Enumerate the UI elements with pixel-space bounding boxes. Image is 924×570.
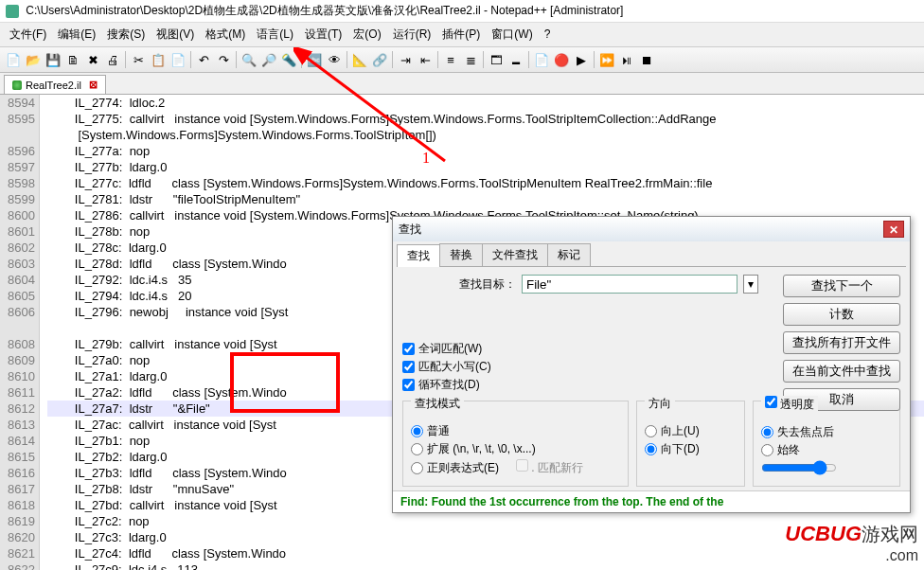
find-tab[interactable]: 文件查找 xyxy=(482,243,548,266)
toolbar-button[interactable]: 📋 xyxy=(149,50,168,69)
transparency-group: 透明度 失去焦点后 始终 xyxy=(753,401,900,487)
menu-item[interactable]: 运行(R) xyxy=(387,25,437,45)
file-icon xyxy=(12,80,22,90)
menu-item[interactable]: 窗口(W) xyxy=(486,25,538,45)
app-icon xyxy=(6,5,19,18)
toolbar-button[interactable]: 🖨 xyxy=(103,50,122,69)
find-dialog-titlebar[interactable]: 查找 ✕ xyxy=(393,217,910,241)
find-body: 查找目标： ▾ 查找下一个 计数 查找所有打开文件 在当前文件中查找 取消 全词… xyxy=(393,267,910,490)
toolbar-button[interactable]: 🗕 xyxy=(506,50,525,69)
toolbar-button[interactable]: ✂ xyxy=(129,50,148,69)
find-all-open-button[interactable]: 查找所有打开文件 xyxy=(783,331,900,354)
mode-regex-radio[interactable]: 正则表达式(E) . 匹配新行 xyxy=(411,459,620,476)
menu-bar: 文件(F)编辑(E)搜索(S)视图(V)格式(M)语言(L)设置(T)宏(O)运… xyxy=(0,23,924,47)
find-tabs: 查找替换文件查找标记 xyxy=(397,243,906,267)
toolbar-button[interactable]: 💾 xyxy=(44,50,62,69)
dropdown-icon[interactable]: ▾ xyxy=(743,275,758,294)
transparency-slider[interactable] xyxy=(761,460,837,475)
tab-bar: RealTree2.il ⊠ xyxy=(0,73,924,95)
find-tab[interactable]: 查找 xyxy=(397,244,440,267)
line-number-gutter: 85948595 8596859785988599860086018602860… xyxy=(0,95,40,570)
file-tab[interactable]: RealTree2.il ⊠ xyxy=(4,75,106,94)
toolbar-button[interactable]: 📄 xyxy=(4,50,23,69)
find-tab[interactable]: 标记 xyxy=(547,243,591,266)
direction-group: 方向 向上(U) 向下(D) xyxy=(636,401,745,487)
find-dialog-title: 查找 xyxy=(399,222,883,238)
dir-up-radio[interactable]: 向上(U) xyxy=(645,423,737,439)
find-tab[interactable]: 替换 xyxy=(439,243,483,266)
toolbar-button[interactable]: 🔎 xyxy=(259,50,278,69)
toolbar-button[interactable]: 📐 xyxy=(350,50,369,69)
match-case-checkbox[interactable]: 匹配大小写(C) xyxy=(402,359,758,375)
find-next-button[interactable]: 查找下一个 xyxy=(783,275,900,297)
find-target-input[interactable] xyxy=(522,275,737,294)
toolbar-button[interactable]: ⇥ xyxy=(396,50,415,69)
toolbar-button[interactable]: ≡ xyxy=(441,50,460,69)
window-title: C:\Users\Administrator\Desktop\2D植物生成器\2… xyxy=(26,4,623,17)
toolbar-button[interactable]: 🔍 xyxy=(240,50,258,69)
menu-item[interactable]: ? xyxy=(539,26,557,43)
toolbar-button[interactable]: 📄 xyxy=(169,50,187,69)
mode-normal-radio[interactable]: 普通 xyxy=(411,423,620,439)
toolbar-button[interactable]: ⏩ xyxy=(597,50,616,69)
toolbar-button[interactable]: ↷ xyxy=(214,50,233,69)
toolbar-button[interactable]: ⏹ xyxy=(637,50,656,69)
toolbar-button[interactable]: 🔦 xyxy=(279,50,298,69)
toolbar-button[interactable]: 🔴 xyxy=(552,50,571,69)
dir-down-radio[interactable]: 向下(D) xyxy=(645,441,737,457)
toolbar-button[interactable]: 🔗 xyxy=(370,50,389,69)
toolbar-button[interactable]: ▶ xyxy=(572,50,591,69)
toolbar-button[interactable]: 📂 xyxy=(24,50,43,69)
toolbar-button[interactable]: 🔤 xyxy=(305,50,324,69)
menu-item[interactable]: 搜索(S) xyxy=(101,25,151,45)
menu-item[interactable]: 文件(F) xyxy=(4,25,52,45)
find-all-current-button[interactable]: 在当前文件中查找 xyxy=(783,360,900,383)
menu-item[interactable]: 宏(O) xyxy=(347,25,386,45)
toolbar-button[interactable]: 👁 xyxy=(325,50,344,69)
find-status: Find: Found the 1st occurrence from the … xyxy=(393,490,910,512)
find-dialog: 查找 ✕ 查找替换文件查找标记 查找目标： ▾ 查找下一个 计数 查找所有打开文… xyxy=(392,216,911,513)
toolbar-button[interactable]: ≣ xyxy=(461,50,480,69)
trans-always-radio[interactable]: 始终 xyxy=(761,442,892,458)
count-button[interactable]: 计数 xyxy=(783,303,900,326)
find-buttons: 查找下一个 计数 查找所有打开文件 在当前文件中查找 取消 xyxy=(783,275,900,411)
transparency-checkbox[interactable] xyxy=(765,396,777,408)
close-icon[interactable]: ⊠ xyxy=(89,79,98,91)
window-title-bar: C:\Users\Administrator\Desktop\2D植物生成器\2… xyxy=(0,0,924,23)
menu-item[interactable]: 视图(V) xyxy=(151,25,200,45)
menu-item[interactable]: 格式(M) xyxy=(200,25,251,45)
menu-item[interactable]: 编辑(E) xyxy=(52,25,101,45)
file-tab-name: RealTree2.il xyxy=(26,80,81,91)
toolbar-button[interactable]: 🗔 xyxy=(487,50,506,69)
toolbar-button[interactable]: 📄 xyxy=(532,50,551,69)
find-target-label: 查找目标： xyxy=(459,276,516,293)
toolbar-button[interactable]: 🗎 xyxy=(63,50,82,69)
menu-item[interactable]: 插件(P) xyxy=(436,25,486,45)
watermark: UCBUG游戏网 .com xyxy=(785,522,918,564)
toolbar-button[interactable]: ✖ xyxy=(83,50,102,69)
toolbar-button[interactable]: ⇤ xyxy=(416,50,435,69)
close-icon[interactable]: ✕ xyxy=(883,221,904,238)
toolbar-button[interactable]: ⏯ xyxy=(617,50,636,69)
menu-item[interactable]: 设置(T) xyxy=(299,25,347,45)
search-mode-group: 查找模式 普通 扩展 (\n, \r, \t, \0, \x...) 正则表达式… xyxy=(402,401,629,487)
menu-item[interactable]: 语言(L) xyxy=(251,25,299,45)
toolbar-button[interactable]: ↶ xyxy=(194,50,213,69)
trans-lose-focus-radio[interactable]: 失去焦点后 xyxy=(761,424,892,440)
wrap-checkbox[interactable]: 循环查找(D) xyxy=(402,377,758,393)
whole-word-checkbox[interactable]: 全词匹配(W) xyxy=(402,341,758,357)
mode-extended-radio[interactable]: 扩展 (\n, \r, \t, \0, \x...) xyxy=(411,441,620,457)
toolbar: 📄📂💾🗎✖🖨✂📋📄↶↷🔍🔎🔦🔤👁📐🔗⇥⇤≡≣🗔🗕📄🔴▶⏩⏯⏹ xyxy=(0,47,924,73)
